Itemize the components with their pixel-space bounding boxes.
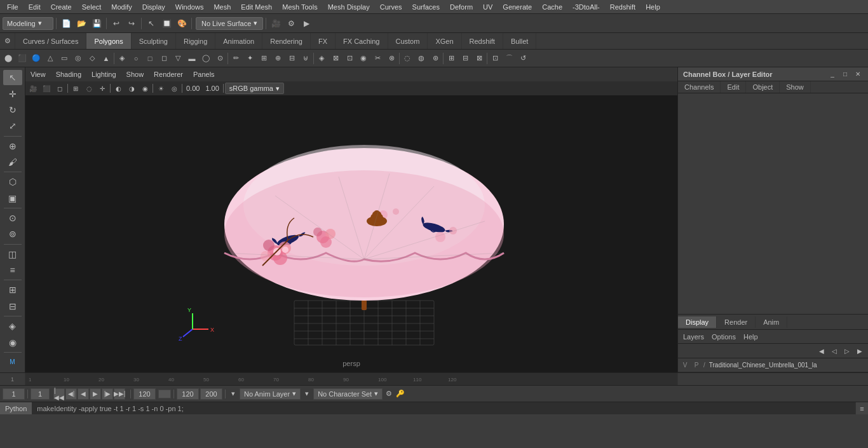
menu-edit[interactable]: Edit	[24, 2, 45, 12]
render-settings-button[interactable]: ⚙	[284, 17, 298, 31]
range-start-2-input[interactable]	[177, 388, 199, 400]
play-fwd-button[interactable]: ▶	[90, 388, 101, 400]
bb-down-arrow-icon[interactable]: ▾	[228, 389, 238, 399]
layer-fwd-icon[interactable]: ▷	[841, 345, 853, 356]
prism-icon[interactable]: ◇	[85, 51, 99, 65]
tab-rendering[interactable]: Rendering	[262, 33, 311, 49]
pen-icon[interactable]: ✏	[229, 51, 243, 65]
fill-hole-icon[interactable]: ◉	[356, 51, 370, 65]
twist-icon[interactable]: ↺	[516, 51, 530, 65]
menu-help[interactable]: Help	[641, 2, 665, 12]
layer-tab-anim[interactable]: Anim	[756, 316, 787, 328]
vpt-wireframe[interactable]: ◻	[53, 83, 66, 94]
play-back-button[interactable]: ◀	[78, 388, 89, 400]
viewport-show-menu[interactable]: Show	[124, 69, 147, 79]
menu-uv[interactable]: UV	[478, 2, 497, 12]
nurbs-cone-icon[interactable]: ▽	[171, 51, 185, 65]
subdiv-icon[interactable]: ◈	[115, 51, 129, 65]
paint-button[interactable]: 🖌	[3, 154, 22, 170]
viewport-lighting-menu[interactable]: Lighting	[89, 69, 119, 79]
menu-surfaces[interactable]: Surfaces	[408, 2, 444, 12]
cb-tab-channels[interactable]: Channels	[678, 81, 721, 93]
menu-redshift[interactable]: Redshift	[606, 2, 640, 12]
uv-editor-icon[interactable]: ⊞	[444, 51, 458, 65]
layer-opt-options[interactable]: Options	[709, 332, 738, 342]
cb-minimize-icon[interactable]: _	[827, 69, 837, 79]
plane-icon[interactable]: ▭	[57, 51, 71, 65]
torus-icon[interactable]: ◎	[71, 51, 85, 65]
step-back-button[interactable]: ◀|	[65, 388, 77, 400]
cb-tab-object[interactable]: Object	[746, 81, 780, 93]
viewport-panels-menu[interactable]: Panels	[191, 69, 217, 79]
tool1-button[interactable]: ◈	[3, 318, 22, 334]
open-file-button[interactable]: 📂	[74, 17, 88, 31]
rotate-tool-button[interactable]: ↻	[3, 102, 22, 118]
select-tool-button[interactable]: ↖	[3, 70, 22, 85]
tab-animation[interactable]: Animation	[215, 33, 262, 49]
tab-sculpting[interactable]: Sculpting	[132, 33, 176, 49]
menu-edit-mesh[interactable]: Edit Mesh	[236, 2, 276, 12]
sphere-icon[interactable]: ⬤	[1, 51, 15, 65]
nurbs-cube-icon[interactable]: □	[143, 51, 157, 65]
combine-icon[interactable]: ⊎	[299, 51, 313, 65]
viewport-view-menu[interactable]: View	[28, 69, 48, 79]
sub-minus-button[interactable]: ⊟	[3, 299, 22, 314]
group-icon[interactable]: ⊕	[271, 51, 285, 65]
vpt-iso[interactable]: ⬛	[40, 83, 53, 94]
region-select-button[interactable]: ▣	[3, 191, 22, 206]
redo-button[interactable]: ↪	[125, 17, 139, 31]
menu-mesh-display[interactable]: Mesh Display	[323, 2, 374, 12]
render-button[interactable]: 🎥	[269, 17, 283, 31]
save-file-button[interactable]: 💾	[90, 17, 104, 31]
skip-to-start-button[interactable]: |◀◀	[53, 388, 65, 400]
no-character-set-dropdown[interactable]: No Character Set ▾	[313, 388, 383, 400]
bb-settings-icon[interactable]: ⚙	[384, 389, 394, 399]
reduce-icon[interactable]: ◍	[414, 51, 428, 65]
bridge-icon[interactable]: ⊠	[329, 51, 342, 65]
bb-down-arrow2-icon[interactable]: ▾	[302, 389, 312, 399]
bend-icon[interactable]: ⌒	[502, 51, 516, 65]
extrude-icon[interactable]: ⊡	[342, 51, 356, 65]
undo-button[interactable]: ↩	[109, 17, 123, 31]
gamma-dropdown[interactable]: sRGB gamma ▾	[225, 83, 284, 94]
tab-redshift[interactable]: Redshift	[462, 33, 503, 49]
nurbs-circle-icon[interactable]: ⊙	[213, 51, 227, 65]
cone-icon[interactable]: △	[43, 51, 57, 65]
no-live-surface-button[interactable]: No Live Surface ▾	[196, 17, 263, 30]
bevel-icon[interactable]: ◈	[315, 51, 329, 65]
range-slider[interactable]	[158, 390, 171, 398]
display-layer-button[interactable]: ◫	[3, 247, 22, 262]
new-file-button[interactable]: 📄	[59, 17, 73, 31]
layer-next-icon[interactable]: ▶	[854, 345, 865, 356]
snap-button[interactable]: ⊙	[3, 210, 22, 226]
nurbs-sphere-icon[interactable]: ○	[129, 51, 143, 65]
sculpt-icon[interactable]: ✦	[243, 51, 257, 65]
python-command[interactable]: makeIdentity -apply true -t 1 -r 1 -s 1 …	[32, 402, 855, 414]
cb-tab-edit[interactable]: Edit	[721, 81, 746, 93]
no-anim-layer-dropdown[interactable]: No Anim Layer ▾	[240, 388, 301, 400]
menu-file[interactable]: File	[3, 2, 23, 12]
step-fwd-button[interactable]: |▶	[102, 388, 113, 400]
frame-start-input[interactable]	[31, 388, 50, 400]
layer-row[interactable]: V P / Traditional_Chinese_Umbrella_001_l…	[678, 358, 868, 372]
menu-mesh-tools[interactable]: Mesh Tools	[278, 2, 322, 12]
vpt-light[interactable]: ☀	[154, 83, 167, 94]
layer-tab-display[interactable]: Display	[678, 316, 717, 328]
vpt-snap[interactable]: ◌	[83, 83, 95, 94]
pyramid-icon[interactable]: ▲	[99, 51, 113, 65]
select-tool[interactable]: ↖	[144, 17, 158, 31]
viewport[interactable]: View Shading Lighting Show Renderer Pane…	[25, 67, 677, 372]
tab-gear-icon[interactable]: ⚙	[0, 33, 15, 49]
range-end-input[interactable]	[133, 388, 156, 400]
layer-tab-render[interactable]: Render	[717, 316, 756, 328]
add-plus-button[interactable]: ⊞	[3, 282, 22, 297]
outliner-button[interactable]: ≡	[3, 262, 22, 278]
menu-3dtoall[interactable]: -3DtoAll-	[568, 2, 604, 12]
nurbs-plane-icon[interactable]: ▬	[185, 51, 199, 65]
skip-to-end-button[interactable]: ▶▶|	[114, 388, 125, 400]
vpt-shade1[interactable]: ◐	[112, 83, 125, 94]
nurbs-cyl-icon[interactable]: ◻	[157, 51, 171, 65]
tab-polygons[interactable]: Polygons	[86, 33, 131, 49]
viewport-renderer-menu[interactable]: Renderer	[151, 69, 186, 79]
snap2-button[interactable]: ⊚	[3, 226, 22, 241]
